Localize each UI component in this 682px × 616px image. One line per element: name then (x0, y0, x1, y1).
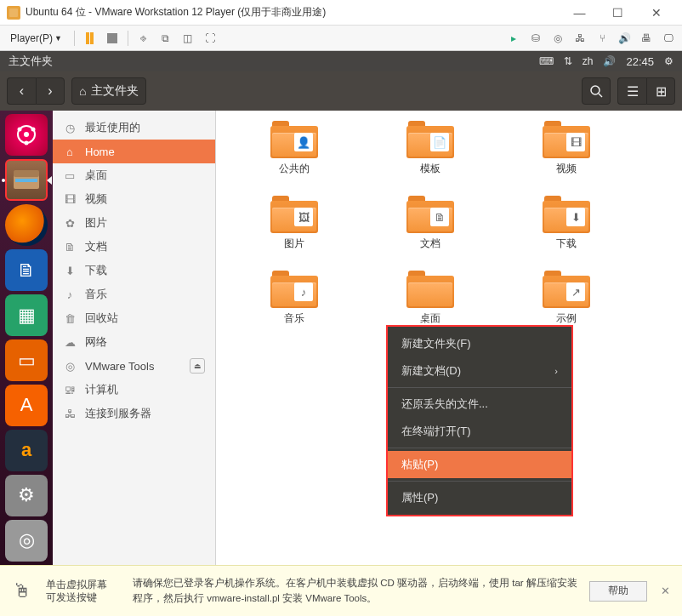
sidebar-item-downloads[interactable]: ⬇下载 (53, 259, 215, 282)
unity-launcher: 🗎 ▦ ▭ A a ⚙ ◎ (0, 111, 53, 565)
sidebar-item-connect[interactable]: 🖧连接到服务器 (53, 402, 215, 425)
forward-button[interactable]: › (36, 77, 65, 105)
hint-icon: 🖱 (9, 580, 36, 602)
network-icon: ☁ (63, 336, 77, 349)
menubar-title: 主文件夹 (9, 54, 53, 69)
gear-icon[interactable]: ⚙ (664, 55, 673, 67)
folder-item[interactable]: 📄模板 (362, 121, 498, 196)
folder-item[interactable]: ⬇下载 (498, 196, 634, 271)
network-indicator-icon[interactable]: ⇅ (564, 55, 572, 67)
keyboard-indicator-icon[interactable]: ⌨ (539, 55, 554, 67)
usb-icon[interactable]: ⑂ (594, 30, 611, 47)
lang-indicator-icon[interactable]: zh (583, 55, 594, 67)
dvd-launcher-icon[interactable]: ◎ (5, 520, 48, 562)
sidebar-item-computer[interactable]: 🖳计算机 (53, 378, 215, 402)
folder-icon: ⬇ (543, 196, 590, 233)
documents-icon: 🗎 (63, 241, 77, 254)
sidebar-item-trash[interactable]: 🗑回收站 (53, 306, 215, 330)
hint-close-button[interactable]: ✕ (657, 585, 673, 597)
context-menu-item[interactable]: 新建文档(D)› (388, 357, 571, 385)
svg-point-4 (31, 128, 36, 132)
amazon-launcher-icon[interactable]: a (5, 430, 48, 471)
context-menu-item[interactable]: 粘贴(P) (388, 451, 571, 478)
printer-icon[interactable]: 🖶 (638, 30, 655, 47)
videos-icon: 🎞 (63, 193, 77, 206)
software-launcher-icon[interactable]: A (5, 385, 48, 426)
context-menu-item[interactable]: 新建文件夹(F) (388, 330, 571, 357)
player-menu[interactable]: Player(P) ▼ (5, 31, 67, 46)
folder-item[interactable]: 🗎文档 (362, 196, 498, 271)
folder-icon: 👤 (270, 121, 318, 158)
sidebar-item-recent[interactable]: ◷最近使用的 (53, 116, 215, 140)
display-icon[interactable]: 🖵 (660, 30, 677, 47)
list-view-button[interactable]: ☰ (617, 77, 646, 105)
maximize-button[interactable]: ☐ (599, 1, 637, 25)
music-icon: ♪ (63, 288, 77, 301)
snapshot-button[interactable]: ⧉ (157, 30, 174, 47)
sidebar-item-home[interactable]: ⌂Home (53, 140, 215, 163)
svg-rect-8 (14, 170, 39, 177)
guest-vm: 主文件夹 ⌨ ⇅ zh 🔊 22:45 ⚙ ‹ › ⌂ 主文件夹 ☰ ⊞ (0, 51, 682, 565)
vmware-icon (7, 6, 20, 20)
folder-icon: 🗎 (406, 196, 454, 233)
stop-button[interactable] (104, 30, 121, 47)
folder-icon: 🎞 (543, 121, 590, 158)
files-pane[interactable]: 👤公共的📄模板🎞视频🖼图片🗎文档⬇下载♪音乐桌面↗示例 新建文件夹(F)新建文档… (216, 111, 682, 565)
sidebar-item-pictures[interactable]: ✿图片 (53, 211, 215, 235)
grid-view-button[interactable]: ⊞ (646, 77, 675, 105)
net-icon[interactable]: 🖧 (571, 30, 588, 47)
sidebar-item-music[interactable]: ♪音乐 (53, 282, 215, 306)
writer-launcher-icon[interactable]: 🗎 (5, 249, 48, 291)
folder-item[interactable]: 🎞视频 (498, 121, 634, 196)
vmtools-icon: ◎ (63, 360, 77, 373)
help-button[interactable]: 帮助 (589, 581, 647, 602)
eject-button[interactable]: ⏏ (190, 358, 205, 374)
folder-icon: 📄 (406, 121, 454, 158)
pictures-icon: ✿ (63, 217, 77, 230)
files-launcher-icon[interactable] (5, 159, 48, 201)
downloads-icon: ⬇ (63, 265, 77, 277)
context-menu-item[interactable]: 还原丢失的文件... (388, 391, 571, 418)
device-icon[interactable]: ▸ (505, 30, 522, 47)
clock[interactable]: 22:45 (626, 55, 654, 68)
nautilus-headerbar: ‹ › ⌂ 主文件夹 ☰ ⊞ (0, 71, 682, 111)
chevron-right-icon: › (554, 366, 558, 376)
folder-item[interactable]: ♪音乐 (226, 271, 362, 345)
sidebar-item-network[interactable]: ☁网络 (53, 330, 215, 354)
search-button[interactable] (582, 77, 611, 105)
hdd-icon[interactable]: ⛁ (527, 30, 544, 47)
folder-item[interactable]: 👤公共的 (226, 121, 362, 196)
hint-main-text: 请确保您已登录客户机操作系统。在客户机中装载虚拟 CD 驱动器，启动终端，使用 … (133, 576, 579, 606)
settings-launcher-icon[interactable]: ⚙ (5, 475, 48, 516)
firefox-launcher-icon[interactable] (5, 204, 48, 246)
vmware-hint-bar: 🖱 单击虚拟屏幕 可发送按键 请确保您已登录客户机操作系统。在客户机中装载虚拟 … (0, 565, 682, 616)
folder-item[interactable]: 🖼图片 (226, 196, 362, 271)
context-menu-item[interactable]: 属性(P) (388, 484, 571, 511)
minimize-button[interactable]: — (560, 1, 599, 25)
impress-launcher-icon[interactable]: ▭ (5, 339, 48, 381)
context-menu: 新建文件夹(F)新建文档(D)›还原丢失的文件...在终端打开(T)粘贴(P)属… (386, 325, 573, 516)
dash-icon[interactable] (5, 114, 48, 156)
nautilus-window: ◷最近使用的⌂Home▭桌面🎞视频✿图片🗎文档⬇下载♪音乐🗑回收站☁网络◎VMw… (53, 111, 682, 565)
folder-icon (406, 271, 454, 308)
cd-icon[interactable]: ◎ (549, 30, 566, 47)
sidebar-item-videos[interactable]: 🎞视频 (53, 187, 215, 211)
sound-icon[interactable]: 🔊 (616, 30, 633, 47)
folder-icon: ↗ (543, 271, 590, 308)
calc-launcher-icon[interactable]: ▦ (5, 294, 48, 336)
sidebar-item-vmtools[interactable]: ◎VMware Tools⏏ (53, 354, 215, 378)
pause-button[interactable] (82, 30, 99, 47)
back-button[interactable]: ‹ (7, 77, 36, 105)
send-cad-button[interactable]: ⎆ (135, 30, 152, 47)
fullscreen-button[interactable]: ⛶ (202, 30, 219, 47)
vmware-toolbar: Player(P) ▼ ⎆ ⧉ ◫ ⛶ ▸ ⛁ ◎ 🖧 ⑂ 🔊 🖶 🖵 (0, 26, 682, 51)
svg-line-1 (599, 94, 602, 97)
volume-indicator-icon[interactable]: 🔊 (603, 55, 616, 67)
sidebar-item-documents[interactable]: 🗎文档 (53, 235, 215, 259)
sidebar: ◷最近使用的⌂Home▭桌面🎞视频✿图片🗎文档⬇下载♪音乐🗑回收站☁网络◎VMw… (53, 111, 216, 565)
unity-button[interactable]: ◫ (179, 30, 196, 47)
sidebar-item-desktop[interactable]: ▭桌面 (53, 163, 215, 187)
close-button[interactable]: ✕ (637, 1, 675, 25)
context-menu-item[interactable]: 在终端打开(T) (388, 418, 571, 445)
path-button[interactable]: ⌂ 主文件夹 (71, 77, 146, 105)
